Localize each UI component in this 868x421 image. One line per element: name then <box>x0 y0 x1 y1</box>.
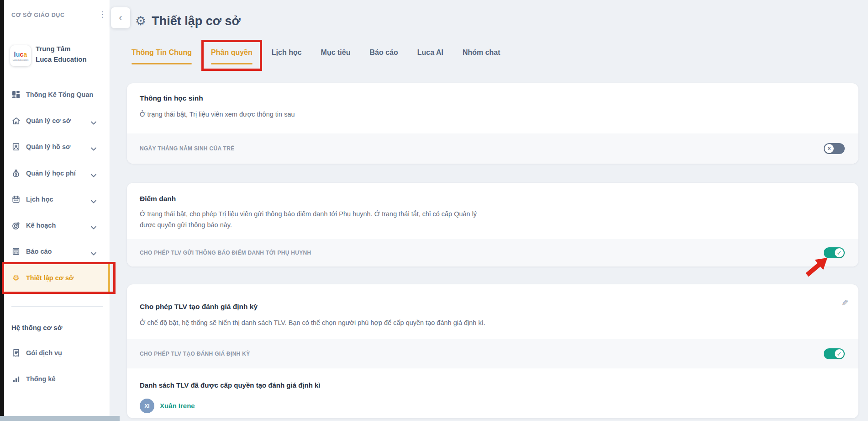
sidebar-item-statistics[interactable]: Thống kê <box>4 371 110 387</box>
window-edge <box>0 0 4 421</box>
granted-list-title: Danh sách TLV đã được cấp quyền tạo đánh… <box>140 381 320 389</box>
tab-general-info[interactable]: Thông Tin Chung <box>132 48 192 57</box>
card-description: Ở chế độ bật, hệ thống sẽ hiển thị danh … <box>140 317 485 328</box>
tab-goals[interactable]: Mục tiêu <box>321 48 351 57</box>
sidebar-item-settings[interactable]: ⚙ Thiết lập cơ sở <box>4 264 110 292</box>
card-periodic-review: Cho phép TLV tạo đánh giá định kỳ Ở chế … <box>127 284 858 418</box>
card-student-info: Thông tin học sinh Ở trạng thái bật, Trị… <box>127 83 858 164</box>
sidebar-item-service-package[interactable]: Gói dịch vụ <box>4 345 110 361</box>
card-title: Cho phép TLV tạo đánh giá định kỳ <box>140 303 258 311</box>
member-name-link[interactable]: Xuân Irene <box>160 402 195 410</box>
card-description: Ở trạng thái bật, cho phép Trị liệu viên… <box>140 208 492 230</box>
page-header: ⚙ Thiết lập cơ sở <box>135 14 241 28</box>
org-name-line1: Trung Tâm <box>36 43 87 54</box>
logo-word: luca <box>14 51 27 58</box>
workspace-label: CƠ SỞ GIÁO DỤC <box>11 12 65 18</box>
sidebar-item-label: Thống kê <box>26 375 55 383</box>
org-name: Trung Tâm Luca Education <box>36 43 87 64</box>
x-icon: × <box>827 146 831 151</box>
profile-icon <box>11 142 21 151</box>
card-description: Ở trạng thái bật, Trị liệu viên xem được… <box>140 109 295 120</box>
permission-row-label: CHO PHÉP TLV TẠO ĐÁNH GIÁ ĐỊNH KỲ <box>140 351 250 357</box>
dashboard-icon <box>11 90 21 99</box>
horizontal-scrollbar[interactable] <box>0 416 120 421</box>
org-logo: luca Luca Education <box>10 45 31 66</box>
chevron-down-icon <box>91 223 97 228</box>
sidebar-item-label: Kế hoạch <box>26 222 56 229</box>
home-icon <box>11 116 21 125</box>
tab-permissions[interactable]: Phân quyền <box>211 48 253 57</box>
card-attendance: Điểm danh Ở trạng thái bật, cho phép Trị… <box>127 183 858 266</box>
chevron-down-icon <box>91 249 97 254</box>
check-icon: ✓ <box>837 250 842 256</box>
collapse-sidebar-button[interactable]: ‹ <box>111 7 130 28</box>
gear-icon: ⚙ <box>135 14 146 28</box>
tab-chat-group[interactable]: Nhóm chat <box>463 48 500 57</box>
toggle-knob: ✓ × <box>825 144 834 153</box>
toggle-create-review[interactable]: ✓ × <box>824 348 845 359</box>
check-icon: ✓ <box>837 351 842 357</box>
invoice-icon <box>11 348 21 357</box>
tab-bar: Thông Tin Chung Phân quyền Lịch học Mục … <box>132 48 500 57</box>
tab-label: Phân quyền <box>211 48 253 56</box>
permission-row-birthdate: NGÀY THÁNG NĂM SINH CỦA TRẺ ✓ × <box>127 133 858 164</box>
chevron-down-icon <box>91 197 97 202</box>
app-window: CƠ SỞ GIÁO DỤC ⋮ luca Luca Education Tru… <box>0 0 868 421</box>
sidebar-item-label: Báo cáo <box>26 248 52 255</box>
sidebar-item-records[interactable]: Quản lý hồ sơ <box>4 139 110 155</box>
permission-row-label: NGÀY THÁNG NĂM SINH CỦA TRẺ <box>140 145 234 152</box>
sidebar-item-plan[interactable]: Kế hoạch <box>4 218 110 233</box>
chevron-left-icon: ‹ <box>119 12 122 24</box>
permission-row-attendance-notify: CHO PHÉP TLV GỬI THÔNG BÁO ĐIỂM DANH TỚI… <box>127 239 858 266</box>
chevron-down-icon <box>91 118 97 123</box>
sidebar-divider <box>11 408 103 408</box>
chevron-down-icon <box>91 171 97 176</box>
toggle-knob: ✓ × <box>835 248 844 257</box>
sidebar-item-label: Thống Kê Tổng Quan <box>26 91 93 98</box>
toggle-attendance-notify[interactable]: ✓ × <box>824 247 845 258</box>
permission-row-create-review: CHO PHÉP TLV TẠO ĐÁNH GIÁ ĐỊNH KỲ ✓ × <box>127 339 858 368</box>
permission-row-label: CHO PHÉP TLV GỬI THÔNG BÁO ĐIỂM DANH TỚI… <box>140 250 311 256</box>
system-section-title: Hệ thống cơ sở <box>11 324 62 331</box>
calendar-icon <box>11 195 21 204</box>
edit-pencil-icon[interactable]: ✎ <box>842 298 848 308</box>
chevron-down-icon <box>91 144 97 149</box>
sidebar-item-label: Gói dịch vụ <box>26 349 62 357</box>
target-icon <box>11 221 21 230</box>
sidebar: CƠ SỞ GIÁO DỤC ⋮ luca Luca Education Tru… <box>4 0 110 421</box>
kebab-menu-icon[interactable]: ⋮ <box>96 8 108 21</box>
org-name-line2: Luca Education <box>36 54 87 64</box>
sidebar-item-label: Lịch học <box>26 196 53 203</box>
logo-subtext: Luca Education <box>13 59 28 61</box>
card-title: Thông tin học sinh <box>140 94 203 102</box>
tab-reports[interactable]: Báo cáo <box>369 48 398 57</box>
tab-luca-ai[interactable]: Luca AI <box>417 48 443 57</box>
sidebar-item-overview[interactable]: Thống Kê Tổng Quan <box>4 87 110 102</box>
avatar: XI <box>140 399 154 413</box>
sidebar-item-reports[interactable]: Báo cáo <box>4 244 110 259</box>
toggle-knob: ✓ × <box>835 349 844 358</box>
card-title: Điểm danh <box>140 195 176 203</box>
report-icon <box>11 247 21 256</box>
gear-icon: ⚙ <box>11 273 21 282</box>
tab-schedule[interactable]: Lịch học <box>272 48 302 57</box>
sidebar-item-schedule[interactable]: Lịch học <box>4 192 110 207</box>
toggle-birthdate[interactable]: ✓ × <box>824 143 845 154</box>
sidebar-item-label: Quản lý hồ sơ <box>26 143 70 150</box>
sidebar-item-label: Thiết lập cơ sở <box>26 274 74 282</box>
chart-icon <box>11 374 21 384</box>
sidebar-divider <box>11 306 103 307</box>
sidebar-item-label: Quản lý cơ sở <box>26 117 71 124</box>
page-title: Thiết lập cơ sở <box>152 14 240 28</box>
sidebar-item-label: Quản lý học phí <box>26 170 76 177</box>
sidebar-item-tuition[interactable]: Quản lý học phí <box>4 165 110 181</box>
sidebar-item-facility[interactable]: Quản lý cơ sở <box>4 113 110 128</box>
tuition-icon <box>11 169 21 178</box>
